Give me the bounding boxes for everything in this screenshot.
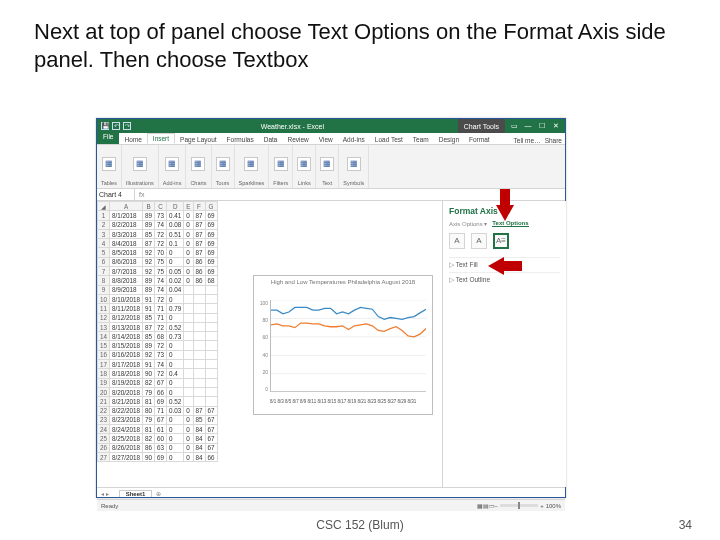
cell[interactable] [193,322,205,331]
cell[interactable]: 87 [193,229,205,238]
cell[interactable]: 0.03 [167,406,184,415]
row-header[interactable]: 6 [98,257,110,266]
cell[interactable]: 86 [193,267,205,276]
cell[interactable]: 8/20/2018 [110,387,143,396]
cell[interactable]: 72 [155,239,167,248]
cell[interactable]: 81 [143,397,155,406]
cell[interactable]: 0 [184,248,193,257]
cell[interactable]: 82 [143,434,155,443]
row-header[interactable]: 11 [98,304,110,313]
cell[interactable]: 0.08 [167,220,184,229]
ribbon-group-text[interactable]: ▦Text [316,145,339,188]
cell[interactable]: 85 [143,313,155,322]
tab-insert[interactable]: Insert [147,133,175,144]
cell[interactable]: 89 [143,285,155,294]
cell[interactable]: 75 [155,267,167,276]
ribbon-icon[interactable]: ▦ [102,157,116,171]
cell[interactable]: 92 [143,350,155,359]
ribbon-icon[interactable]: ▦ [297,157,311,171]
cell[interactable]: 0 [184,239,193,248]
ribbon-group-charts[interactable]: ▦Charts [186,145,211,188]
redo-icon[interactable]: ↷ [123,122,131,130]
cell[interactable] [184,397,193,406]
cell[interactable]: 0 [184,425,193,434]
cell[interactable]: 61 [155,425,167,434]
new-sheet-icon[interactable]: ⊕ [152,490,165,497]
cell[interactable]: 0 [184,276,193,285]
cell[interactable]: 72 [155,322,167,331]
cell[interactable]: 72 [155,369,167,378]
cell[interactable]: 89 [143,220,155,229]
cell[interactable]: 87 [193,406,205,415]
cell[interactable] [193,397,205,406]
cell[interactable]: 82 [143,378,155,387]
cell[interactable]: 0.52 [167,397,184,406]
col-header[interactable]: G [205,202,217,211]
quick-access-toolbar[interactable]: 💾 ↶ ↷ [97,122,131,130]
cell[interactable] [193,360,205,369]
cell[interactable]: 8/27/2018 [110,453,143,462]
cell[interactable]: 74 [155,276,167,285]
cell[interactable]: 87 [193,248,205,257]
cell[interactable] [205,332,217,341]
cell[interactable]: 92 [143,267,155,276]
cell[interactable] [184,360,193,369]
col-header[interactable]: F [193,202,205,211]
cell[interactable]: 0 [167,425,184,434]
cell[interactable]: 68 [205,276,217,285]
cell-grid[interactable]: ◢ABCDEFG18/1/201889730.410876928/2/20188… [97,201,218,487]
cell[interactable]: 86 [143,443,155,452]
text-fill-outline-icon[interactable]: A [449,233,465,249]
ribbon-icon[interactable]: ▦ [347,157,361,171]
cell[interactable]: 91 [143,360,155,369]
cell[interactable]: 0.52 [167,322,184,331]
cell[interactable]: 69 [205,248,217,257]
cell[interactable]: 0 [167,248,184,257]
cell[interactable]: 72 [155,341,167,350]
cell[interactable]: 8/23/2018 [110,415,143,424]
cell[interactable]: 0 [167,378,184,387]
row-header[interactable]: 18 [98,369,110,378]
cell[interactable] [205,322,217,331]
cell[interactable]: 0 [167,257,184,266]
row-header[interactable]: 8 [98,276,110,285]
cell[interactable]: 0 [184,211,193,220]
col-header[interactable]: D [167,202,184,211]
ribbon-group-add-ins[interactable]: ▦Add-ins [159,145,187,188]
cell[interactable]: 8/17/2018 [110,360,143,369]
ribbon-icon[interactable]: ▦ [165,157,179,171]
ribbon-options-icon[interactable]: ▭ [508,121,520,131]
fx-icon[interactable]: fx [135,189,144,200]
cell[interactable]: 66 [205,453,217,462]
cell[interactable]: 0 [184,406,193,415]
zoom-slider[interactable]: − + 100% [495,503,561,509]
cell[interactable]: 69 [205,267,217,276]
axis-options-tab[interactable]: Axis Options ▾ [449,220,487,227]
cell[interactable]: 0 [167,434,184,443]
cell[interactable]: 8/19/2018 [110,378,143,387]
cell[interactable]: 90 [143,369,155,378]
cell[interactable]: 86 [193,257,205,266]
cell[interactable]: 90 [143,453,155,462]
row-header[interactable]: 12 [98,313,110,322]
cell[interactable]: 8/4/2018 [110,239,143,248]
select-all[interactable]: ◢ [98,202,110,211]
cell[interactable] [184,294,193,303]
cell[interactable] [184,369,193,378]
cell[interactable]: 92 [143,248,155,257]
sheet-tab[interactable]: Sheet1 [119,490,153,497]
row-header[interactable]: 25 [98,434,110,443]
undo-icon[interactable]: ↶ [112,122,120,130]
cell[interactable]: 8/18/2018 [110,369,143,378]
cell[interactable] [184,332,193,341]
row-header[interactable]: 7 [98,267,110,276]
cell[interactable]: 0 [167,443,184,452]
cell[interactable] [205,313,217,322]
row-header[interactable]: 16 [98,350,110,359]
tab-load-test[interactable]: Load Test [370,135,408,144]
cell[interactable]: 8/26/2018 [110,443,143,452]
cell[interactable] [193,387,205,396]
tab-view[interactable]: View [314,135,338,144]
cell[interactable] [193,294,205,303]
cell[interactable]: 75 [155,257,167,266]
